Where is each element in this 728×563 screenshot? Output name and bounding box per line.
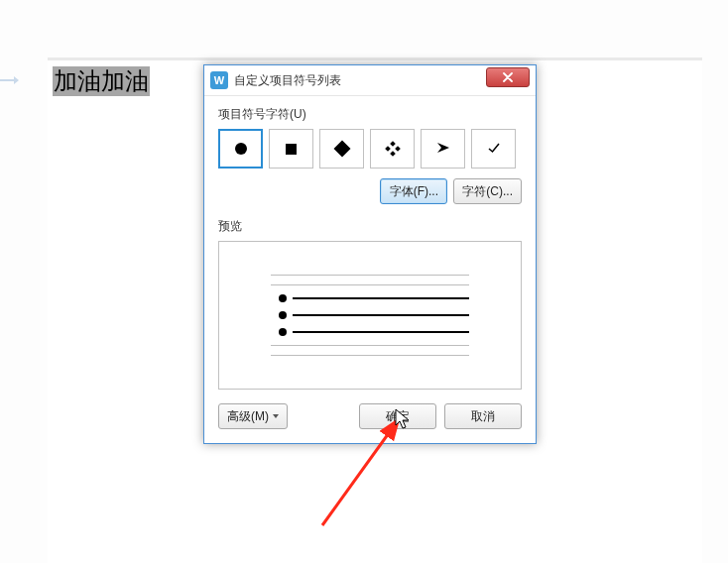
square-icon [286,144,297,155]
bullet-char-label: 项目符号字符(U) [218,106,522,123]
font-button-label: 字体(F)... [390,183,438,200]
bullet-options-grid [218,129,522,169]
close-button[interactable] [486,67,530,87]
wps-app-icon: W [210,71,228,89]
preview-bullet-line [271,328,469,336]
preview-label: 预览 [218,218,522,235]
close-icon [502,72,514,82]
char-button[interactable]: 字符(C)... [453,178,522,204]
preview-line [271,355,469,356]
font-button[interactable]: 字体(F)... [380,178,447,204]
advanced-button-label: 高级(M) [227,408,269,425]
bullet-option-fourdot[interactable] [370,129,415,169]
preview-line [271,275,469,276]
preview-line [271,345,469,346]
check-icon [487,141,501,158]
ok-button[interactable]: 确定 [359,403,436,429]
dialog-titlebar[interactable]: W 自定义项目符号列表 [204,65,536,96]
dot-filled-icon [235,143,247,155]
preview-panel [218,241,522,390]
preview-line [271,284,469,285]
char-button-label: 字符(C)... [462,183,513,200]
selected-document-text[interactable]: 加油加油 [53,66,150,96]
ok-button-label: 确定 [386,408,410,425]
bullet-option-square[interactable] [269,129,313,169]
cancel-button-label: 取消 [471,408,495,425]
arrowhead-icon [435,141,451,158]
cancel-button[interactable]: 取消 [444,403,522,429]
preview-bullet-line [271,294,469,302]
custom-bullet-dialog: W 自定义项目符号列表 项目符号字符(U) [203,64,537,444]
bullet-option-arrowhead[interactable] [421,129,465,169]
preview-bullet-line [271,311,469,319]
bullet-option-diamond[interactable] [319,129,364,169]
dialog-title: 自定义项目符号列表 [234,65,341,95]
diamond-icon [333,141,350,158]
chevron-down-icon [273,414,279,418]
fourdot-icon [386,142,400,156]
ruler-indent-marker [0,79,20,88]
bullet-option-dot[interactable] [218,129,263,169]
bullet-option-check[interactable] [471,129,516,169]
advanced-button[interactable]: 高级(M) [218,403,288,429]
